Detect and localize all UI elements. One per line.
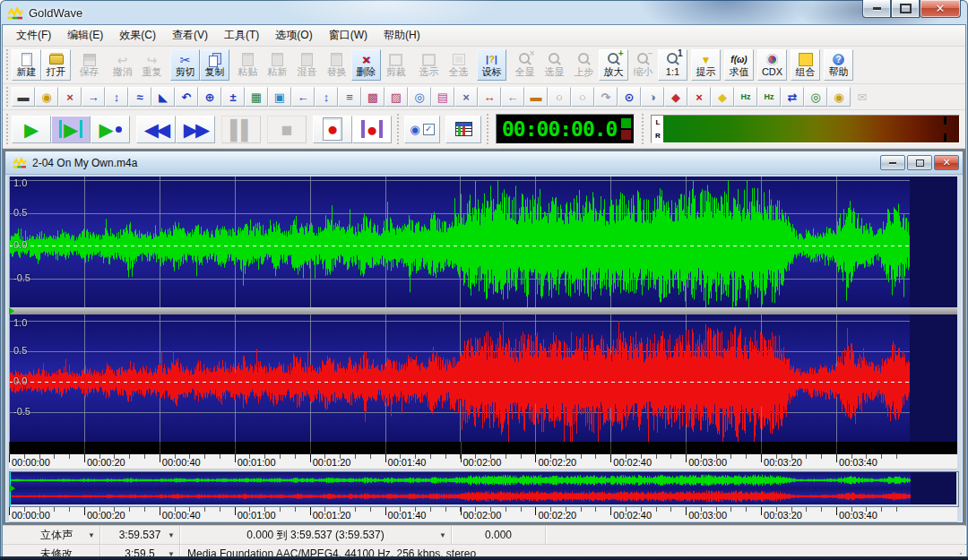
close-button[interactable]: ✕ [920,0,961,18]
effect-loudness-button[interactable]: ◎ [804,87,827,107]
document-title-bar[interactable]: 2-04 On My Own.m4a ✕ [5,151,963,175]
time-display[interactable]: 00:00:00.0 [496,114,635,144]
effect-spectrum-bars-button[interactable]: ▤ [431,87,454,107]
effect-mail-button[interactable]: ✉ [851,87,874,107]
menu-item-effects[interactable]: 效果(C) [111,25,164,46]
toolbar-cdx-button[interactable]: CDX [757,49,787,81]
toolbar-mix-button[interactable]: 混音 [292,49,322,81]
overview-strip[interactable] [9,471,959,507]
effect-mechanize-button[interactable]: × [454,87,478,107]
toolbar-drag-handle[interactable] [4,114,10,144]
toolbar-drag-handle[interactable] [395,114,401,144]
minimize-button[interactable] [862,0,891,18]
doc-close-button[interactable]: ✕ [934,155,959,170]
menu-item-options[interactable]: 选项(O) [267,25,320,46]
time-ruler[interactable]: 00:00:0000:00:2000:00:4000:01:0000:01:20… [9,454,957,470]
transport-play-selection-button[interactable]: ▶ [51,116,91,143]
effect-expression-button[interactable]: × [58,87,82,107]
waveform-left-canvas[interactable] [9,177,957,307]
effect-equalizer-button[interactable]: ▦ [245,87,268,107]
toolbar-show-all-button[interactable]: × 全显 [510,49,540,81]
toolbar-redo-button[interactable]: ↪ 重复 [137,49,167,81]
status-modified-state[interactable]: 未修改 [13,545,100,560]
transport-pause-button[interactable]: ▌▌ [221,116,261,143]
toolbar-replace-button[interactable]: 替换 [322,49,351,81]
title-bar[interactable]: GoldWave ✕ [0,0,968,25]
toolbar-select-all-button[interactable]: 全选 [444,49,473,81]
effect-level-low-button[interactable]: ⊙ [618,87,641,107]
effect-modulate-button[interactable]: ⊕ [198,87,221,107]
effect-knob-flip-button[interactable]: ↷ [594,87,618,107]
effect-volume-shape-button[interactable]: ▬ [12,87,35,107]
toolbar-drag-handle[interactable] [485,114,490,144]
toolbar-paste-button[interactable]: 粘贴 [233,49,263,81]
waveform-left-channel[interactable]: 1.00.50.0-0.5 [9,177,957,307]
overview-canvas[interactable] [10,472,956,504]
menu-item-window[interactable]: 窗口(W) [321,25,376,46]
toolbar-trim-button[interactable]: 剪裁 [381,49,411,81]
overview-time-ruler[interactable]: 00:00:0000:00:2000:00:4000:01:0000:01:20… [9,507,957,522]
toolbar-drag-handle[interactable] [4,49,10,81]
toolbar-drag-handle[interactable] [4,87,10,107]
status-length[interactable]: 3:59.537 ▼ [100,526,180,544]
effect-timer-button[interactable]: ◉ [827,87,851,107]
toolbar-delete-button[interactable]: × 删除 [351,49,381,81]
restore-button[interactable] [891,0,920,18]
toolbar-zoom-1-1-button[interactable]: 1 1:1 [658,49,687,81]
effect-doppler-button[interactable]: ≈ [128,87,151,107]
effect-sliders-button[interactable]: ≡ [338,87,361,107]
channel-separator[interactable] [9,307,957,314]
effect-compressor-button[interactable]: ↕ [105,87,128,107]
status-zoom-length[interactable]: 3:59.5 ▼ [100,545,180,560]
monitor-record-button[interactable]: ◉✓ [404,116,440,143]
effect-hz-step-button[interactable]: Hz [757,87,781,107]
status-position[interactable]: 0.000 [452,526,546,544]
effect-playback-bound-button[interactable]: → [82,87,105,107]
toolbar-paste-new-button[interactable]: 粘新 [263,49,292,81]
toolbar-zoom-in-button[interactable]: + 放大 [599,49,628,81]
effect-mute-button[interactable]: × [687,87,711,107]
effect-invert-button[interactable]: ↶ [175,87,198,107]
doc-restore-button[interactable] [907,155,932,170]
toolbar-new-button[interactable]: 新建 [12,49,41,81]
toolbar-copy-button[interactable]: 复制 [200,49,229,81]
status-selection[interactable]: 0.000 到 3:59.537 (3:59.537) ▼ [180,526,452,544]
transport-record-button[interactable]: ● [313,116,352,143]
effect-level-alert-button[interactable]: ◑ [641,87,664,107]
effect-preset-frame-button[interactable]: ▣ [268,87,291,107]
waveform-right-canvas[interactable] [9,314,957,442]
effect-pitch-button[interactable]: ↕ [315,87,338,107]
effect-resample-button[interactable]: ⇄ [781,87,804,107]
effect-offset-button[interactable]: ± [221,87,245,107]
toolbar-zoom-selection-button[interactable]: 选显 [540,49,569,81]
toolbar-drag-handle[interactable] [640,114,645,144]
transport-play-from-marker-button[interactable]: ▶ [91,116,130,143]
waveform-right-channel[interactable]: 1.00.50.0-0.5 [9,314,957,442]
toolbar-save-button[interactable]: 保存 [74,49,104,81]
cue-marker-strip[interactable] [9,442,957,454]
transport-play-button[interactable]: ▶ [12,116,51,143]
transport-stop-button[interactable]: ■ [267,116,307,143]
effect-filter-button[interactable]: ◣ [151,87,175,107]
effect-stereo-link-button[interactable]: ▬ [524,87,548,107]
toolbar-help-button[interactable]: 帮助 [824,49,853,81]
menu-item-edit[interactable]: 编辑(E) [59,25,111,46]
effect-pan-diamond-button[interactable]: ◆ [711,87,734,107]
menu-item-tools[interactable]: 工具(T) [216,25,267,46]
status-channel-mode[interactable]: 立体声 ▼ [13,526,100,544]
effect-cd-reader-button[interactable]: ◎ [408,87,431,107]
transport-record-selection-button[interactable]: ● [352,116,392,143]
effect-time-warp-button[interactable]: ↔ [478,87,501,107]
toolbar-batch-button[interactable]: 组合 [791,49,820,81]
effect-trim-silence-button[interactable]: ← [501,87,524,107]
effect-noise-gate-button[interactable]: ▩ [361,87,385,107]
effect-hz-play-button[interactable]: Hz [734,87,757,107]
level-meter[interactable]: LR [651,115,960,143]
status-spacer[interactable] [546,526,965,544]
toolbar-zoom-out-button[interactable]: − 缩小 [628,49,658,81]
toolbar-open-button[interactable]: 打开 [41,49,71,81]
effect-stereo-split-button[interactable]: ◆ [664,87,687,107]
toolbar-cut-button[interactable]: ✂ 剪切 [170,49,200,81]
toolbar-hint-button[interactable]: ▼ 提示 [691,49,721,81]
effect-noise-reduction-button[interactable]: ▨ [385,87,408,107]
